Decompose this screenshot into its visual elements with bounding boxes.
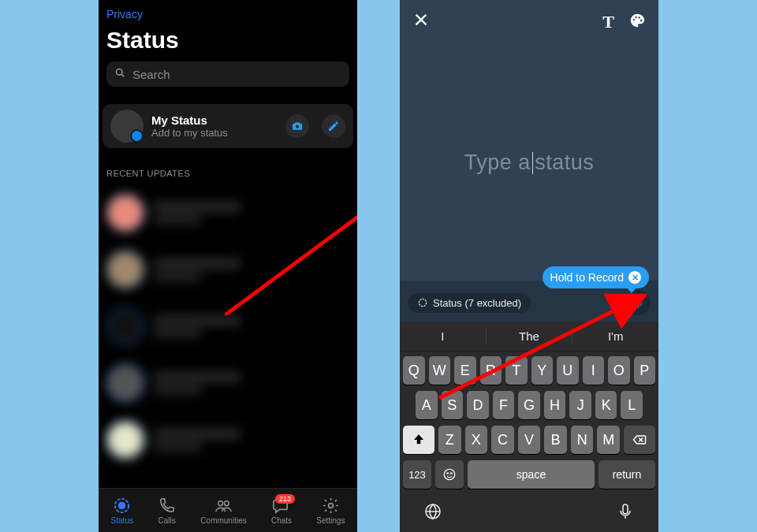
key-d[interactable]: D bbox=[467, 391, 489, 419]
svg-point-0 bbox=[117, 69, 123, 76]
list-item[interactable] bbox=[99, 355, 357, 411]
camera-button[interactable] bbox=[285, 114, 309, 138]
key-f[interactable]: F bbox=[493, 391, 515, 419]
svg-rect-22 bbox=[623, 504, 628, 514]
globe-icon bbox=[423, 502, 442, 521]
list-item[interactable] bbox=[99, 298, 357, 355]
status-icon bbox=[113, 497, 131, 515]
my-status-title: My Status bbox=[151, 113, 278, 127]
key-a[interactable]: A bbox=[416, 391, 438, 419]
suggestion-bar: I The I'm bbox=[400, 322, 658, 352]
page-title: Status bbox=[99, 24, 357, 61]
close-button[interactable] bbox=[412, 11, 430, 33]
voice-record-button[interactable] bbox=[625, 290, 651, 315]
tab-calls[interactable]: Calls bbox=[158, 497, 176, 525]
status-updates-list bbox=[99, 184, 357, 488]
key-q[interactable]: Q bbox=[403, 356, 425, 385]
status-ring-icon bbox=[417, 297, 428, 308]
suggestion-3[interactable]: I'm bbox=[572, 329, 658, 343]
key-123[interactable]: 123 bbox=[403, 460, 431, 489]
pencil-button[interactable] bbox=[322, 114, 345, 138]
svg-point-14 bbox=[640, 20, 642, 21]
key-o[interactable]: O bbox=[608, 356, 630, 385]
list-item[interactable] bbox=[99, 411, 357, 468]
key-s[interactable]: S bbox=[442, 391, 464, 419]
shift-icon bbox=[412, 433, 426, 447]
dictation-button[interactable] bbox=[616, 502, 635, 524]
my-status-row[interactable]: My Status Add to my status bbox=[103, 104, 353, 148]
tab-communities[interactable]: Communities bbox=[200, 497, 246, 525]
communities-icon bbox=[214, 497, 233, 515]
tab-status[interactable]: Status bbox=[111, 497, 133, 525]
text-style-button[interactable]: T bbox=[602, 12, 614, 32]
text-cursor bbox=[532, 152, 534, 174]
key-u[interactable]: U bbox=[557, 356, 579, 385]
key-n[interactable]: N bbox=[571, 426, 594, 454]
key-g[interactable]: G bbox=[518, 391, 540, 419]
phone-status-list: Privacy Status Search My Status Add to m… bbox=[99, 0, 357, 532]
key-k[interactable]: K bbox=[595, 391, 617, 419]
emoji-icon bbox=[442, 467, 457, 482]
key-x[interactable]: X bbox=[465, 426, 488, 454]
key-y[interactable]: Y bbox=[531, 356, 554, 385]
key-return[interactable]: return bbox=[599, 460, 655, 489]
key-backspace[interactable] bbox=[624, 426, 655, 454]
key-m[interactable]: M bbox=[597, 426, 620, 454]
status-visibility-label: Status (7 excluded) bbox=[433, 297, 521, 309]
search-placeholder: Search bbox=[132, 68, 170, 81]
search-icon bbox=[114, 67, 126, 81]
key-emoji[interactable] bbox=[435, 460, 464, 489]
my-status-info: My Status Add to my status bbox=[151, 113, 278, 139]
chats-badge: 213 bbox=[275, 494, 295, 504]
svg-point-15 bbox=[419, 299, 426, 306]
status-text-area[interactable]: Type astatus Hold to Record ✕ bbox=[400, 44, 658, 281]
close-icon bbox=[412, 11, 430, 28]
key-b[interactable]: B bbox=[544, 426, 567, 454]
key-w[interactable]: W bbox=[429, 356, 451, 385]
key-r[interactable]: R bbox=[480, 356, 502, 385]
tab-settings[interactable]: Settings bbox=[316, 497, 345, 525]
list-item[interactable] bbox=[99, 184, 357, 241]
suggestion-2[interactable]: The bbox=[487, 329, 572, 343]
my-status-subtitle: Add to my status bbox=[151, 127, 278, 139]
tab-communities-label: Communities bbox=[200, 516, 246, 525]
phone-icon bbox=[158, 497, 176, 515]
tab-chats-label: Chats bbox=[271, 516, 292, 525]
svg-point-7 bbox=[328, 503, 333, 508]
key-t[interactable]: T bbox=[505, 356, 528, 385]
hold-to-record-tooltip: Hold to Record ✕ bbox=[543, 266, 649, 288]
key-i[interactable]: I bbox=[583, 356, 605, 385]
key-z[interactable]: Z bbox=[438, 426, 461, 454]
key-e[interactable]: E bbox=[454, 356, 476, 385]
svg-point-19 bbox=[447, 473, 449, 474]
status-visibility-chip[interactable]: Status (7 excluded) bbox=[408, 293, 531, 313]
privacy-link[interactable]: Privacy bbox=[99, 0, 357, 24]
keyboard-footer bbox=[400, 498, 658, 532]
key-h[interactable]: H bbox=[544, 391, 566, 419]
key-v[interactable]: V bbox=[518, 426, 541, 454]
recent-updates-header: RECENT UPDATES bbox=[99, 154, 357, 184]
list-item[interactable] bbox=[99, 241, 357, 298]
key-l[interactable]: L bbox=[621, 391, 643, 419]
tooltip-dismiss-button[interactable]: ✕ bbox=[628, 271, 641, 284]
svg-point-11 bbox=[633, 19, 635, 20]
palette-button[interactable] bbox=[628, 12, 646, 32]
globe-button[interactable] bbox=[423, 502, 442, 524]
key-c[interactable]: C bbox=[491, 426, 514, 454]
key-p[interactable]: P bbox=[634, 356, 656, 385]
svg-point-4 bbox=[119, 502, 125, 508]
search-input[interactable]: Search bbox=[106, 61, 349, 87]
key-j[interactable]: J bbox=[569, 391, 591, 419]
suggestion-1[interactable]: I bbox=[400, 329, 486, 343]
tooltip-label: Hold to Record bbox=[550, 271, 624, 284]
tab-chats[interactable]: 213 Chats bbox=[271, 497, 292, 525]
tab-settings-label: Settings bbox=[316, 516, 345, 525]
key-shift[interactable] bbox=[403, 426, 434, 454]
tab-calls-label: Calls bbox=[158, 516, 176, 525]
gear-icon bbox=[322, 497, 340, 515]
svg-point-5 bbox=[218, 500, 223, 505]
key-space[interactable]: space bbox=[468, 460, 595, 489]
svg-point-18 bbox=[444, 469, 455, 480]
compose-header: T bbox=[400, 0, 658, 44]
my-status-avatar bbox=[110, 110, 144, 143]
